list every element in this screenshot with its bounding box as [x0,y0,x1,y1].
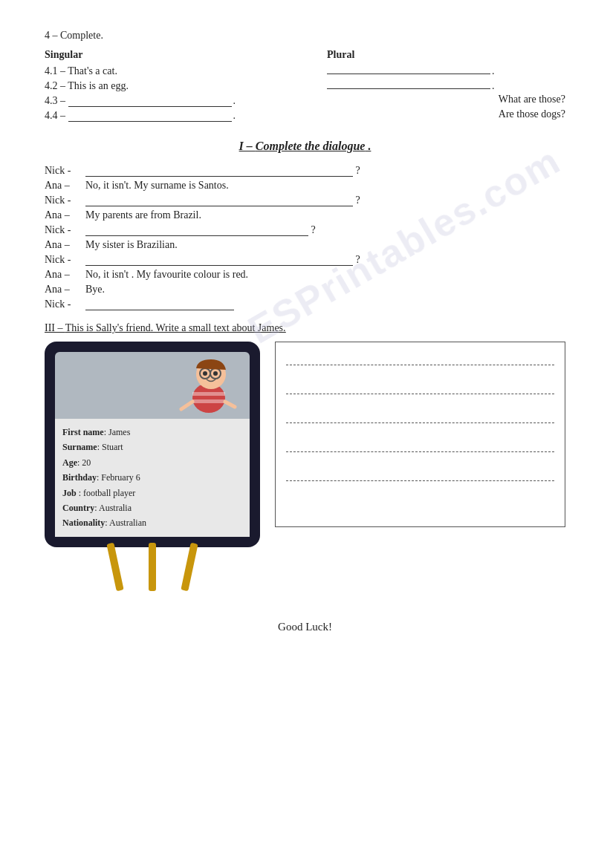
section2-prefix: I – [239,140,256,152]
dialogue-nick-4-blank: ? [85,254,565,266]
svg-point-8 [213,371,218,376]
speaker-ana-3: Ana – [45,239,85,251]
writing-line-3 [286,422,554,423]
svg-rect-1 [192,392,225,396]
dialogue-line-3: Nick - ? [45,195,565,206]
writing-box[interactable] [275,342,565,527]
row-4-4-left: 4.4 – . [45,110,327,122]
row-4-4-blank[interactable] [68,111,232,122]
speaker-nick-5: Nick - [45,298,85,310]
character-svg [175,353,242,417]
james-age: Age: 20 [62,455,242,470]
row-4-2-number: 4.2 – This is an egg. [45,80,129,91]
row-4-3-number: 4.3 – [45,95,68,106]
dialogue-ana-2-text: My parents are from Brazil. [85,209,565,221]
dialogue-line-9: Ana – Bye. [45,284,565,296]
tablet-image-area [55,352,250,419]
row-4-3-blank[interactable] [68,97,232,107]
section-iii-prefix: III – [45,322,65,333]
tablet-card: First name: James Surname: Stuart Age: 2… [45,342,260,547]
row-4-3-right: What are those? [327,94,565,107]
dialogue-line-7: Nick - ? [45,254,565,266]
dialogue-line-8: Ana – No, it isn't . My favourite colour… [45,269,565,281]
tablet-info: First name: James Surname: Stuart Age: 2… [55,419,250,537]
row-4-3: 4.3 – . What are those? [45,94,565,107]
james-surname: Surname: Stuart [62,440,242,454]
speaker-ana-2: Ana – [45,209,85,221]
james-country: Country: Australia [62,500,242,515]
section-iii-underline: This is Sally's friend. Write a small te… [65,322,286,333]
section2-underline: Complete the dialogue [256,140,366,152]
speaker-nick-1: Nick - [45,165,85,177]
row-4-1: 4.1 – That's a cat. . [45,64,565,77]
section2-dot: . [365,140,371,152]
dialogue-nick-2-blank: ? [85,195,565,206]
dialogue-nick-5-blank [85,298,565,310]
dialogue-ana-3-text: My sister is Brazilian. [85,239,565,251]
dialogue-ana-5-text: Bye. [85,284,565,296]
speaker-ana-1: Ana – [45,180,85,192]
easel-column: First name: James Surname: Stuart Age: 2… [45,342,260,591]
dialogue-lines: Nick - ? Ana – No, it isn't. My surname … [45,165,565,310]
james-job: Job : football player [62,486,242,500]
section4-title: 4 – Complete. [45,30,565,42]
svg-line-10 [225,402,235,407]
easel-leg-right [181,542,198,591]
singular-header: Singular [45,49,327,61]
svg-line-9 [181,402,192,409]
row-4-4-number: 4.4 – [45,110,68,121]
dialogue-line-4: Ana – My parents are from Brazil. [45,209,565,221]
section2: I – Complete the dialogue . [45,140,565,153]
speaker-ana-4: Ana – [45,269,85,281]
row-4-4: 4.4 – . Are those dogs? [45,108,565,122]
dialogue-ana-1-text: No, it isn't. My surname is Santos. [85,180,565,192]
writing-line-5 [286,480,554,481]
svg-rect-2 [192,399,225,403]
dialogue-line-2: Ana – No, it isn't. My surname is Santos… [45,180,565,192]
row-4-2-left: 4.2 – This is an egg. [45,80,327,92]
plural-header: Plural [327,49,565,61]
row-4-3-right-text: What are those? [327,94,565,105]
row-4-1-number: 4.1 – That's a cat. [45,65,117,76]
easel-leg-left [106,542,123,591]
row-4-2-right: . [327,79,565,92]
dialogue-ana-4-text: No, it isn't . My favourite colour is re… [85,269,565,281]
dialogue-line-5: Nick - ? [45,224,565,236]
section2-title: I – Complete the dialogue . [45,140,565,153]
dialogue-nick-1-blank: ? [85,165,565,177]
dialogue-line-6: Ana – My sister is Brazilian. [45,239,565,251]
dialogue-nick-3-blank: ? [85,224,565,236]
james-firstname: First name: James [62,425,242,440]
row-4-1-left: 4.1 – That's a cat. [45,65,327,77]
speaker-ana-5: Ana – [45,284,85,296]
row-4-1-right: . [327,64,565,77]
section-iii: III – This is Sally's friend. Write a sm… [45,322,565,591]
writing-line-2 [286,394,554,394]
row-4-2-blank[interactable] [327,79,490,89]
james-nationality: Nationality: Australian [62,515,242,530]
section-iii-title: III – This is Sally's friend. Write a sm… [45,322,565,334]
speaker-nick-2: Nick - [45,195,85,206]
row-4-2: 4.2 – This is an egg. . [45,79,565,92]
dialogue-line-10: Nick - [45,298,565,310]
sp-headers: Singular Plural [45,49,565,61]
james-birthday: Birthday: February 6 [62,470,242,485]
dialogue-line-1: Nick - ? [45,165,565,177]
good-luck: Good Luck! [45,621,565,633]
singular-plural-section: Singular Plural 4.1 – That's a cat. . 4.… [45,49,565,122]
easel-legs [111,547,193,591]
row-4-4-right: Are those dogs? [327,108,565,122]
row-4-3-left: 4.3 – . [45,95,327,107]
row-4-4-right-text: Are those dogs? [327,108,565,120]
james-container: First name: James Surname: Stuart Age: 2… [45,342,565,591]
speaker-nick-3: Nick - [45,224,85,236]
easel-leg-center [149,543,156,591]
svg-point-7 [203,371,207,376]
writing-line-4 [286,451,554,452]
writing-line-1 [286,365,554,365]
speaker-nick-4: Nick - [45,254,85,266]
row-4-1-blank[interactable] [327,64,490,74]
